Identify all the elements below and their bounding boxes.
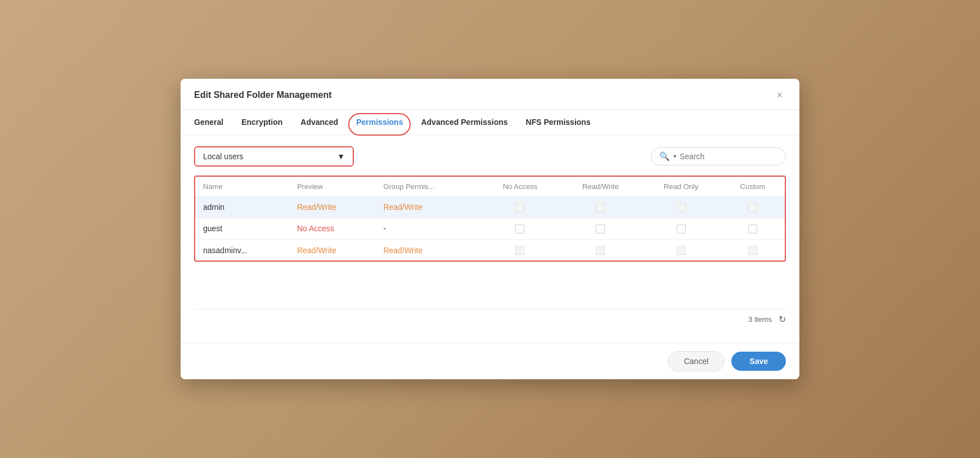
row-preview: Read/Write <box>289 196 375 218</box>
row-read-only-cell <box>641 240 720 261</box>
search-icon: 🔍 <box>659 151 670 161</box>
checkbox-read-write-admin[interactable] <box>596 203 605 212</box>
checkbox-custom-nasadmin[interactable] <box>748 246 757 255</box>
checkbox-no-access-admin[interactable] <box>515 203 524 212</box>
search-input[interactable] <box>680 152 777 161</box>
checkbox-no-access-nasadmin[interactable] <box>515 246 524 255</box>
table-header-row: Name Preview Group Permis... No Access R… <box>195 177 785 197</box>
checkbox-read-only-admin[interactable] <box>677 203 686 212</box>
checkbox-custom-admin[interactable] <box>748 203 757 212</box>
checkbox-read-only-guest[interactable] <box>677 224 686 234</box>
row-read-write-cell <box>560 240 642 261</box>
dialog-footer: Cancel Save <box>181 343 799 379</box>
edit-shared-folder-dialog: Edit Shared Folder Management × General … <box>181 79 799 380</box>
toolbar: Local users ▼ 🔍 ▾ <box>194 146 786 167</box>
col-custom: Custom <box>721 177 785 197</box>
row-name: nasadminv... <box>195 240 289 261</box>
row-read-write-cell <box>560 218 642 239</box>
col-read-only: Read Only <box>641 177 720 197</box>
checkbox-read-write-guest[interactable] <box>596 224 605 234</box>
row-no-access-cell <box>480 240 559 261</box>
cancel-button[interactable]: Cancel <box>668 351 725 371</box>
col-read-write: Read/Write <box>560 177 642 197</box>
dialog-title: Edit Shared Folder Management <box>194 90 331 100</box>
col-group-perms: Group Permis... <box>375 177 480 197</box>
table-row: guest No Access - <box>195 218 785 239</box>
tab-nfs-permissions[interactable]: NFS Permissions <box>526 118 591 134</box>
tabs-container: General Encryption Advanced Permissions … <box>181 110 799 135</box>
col-name: Name <box>195 177 289 197</box>
table-row: nasadminv... Read/Write Read/Write <box>195 240 785 261</box>
col-preview: Preview <box>289 177 375 197</box>
user-type-select[interactable]: Local users ▼ <box>195 147 353 165</box>
user-type-label: Local users <box>203 152 244 161</box>
row-preview: Read/Write <box>289 240 375 261</box>
row-custom-cell <box>721 196 785 218</box>
search-box: 🔍 ▾ <box>651 147 786 165</box>
refresh-button[interactable]: ↻ <box>779 314 786 325</box>
search-dropdown-arrow[interactable]: ▾ <box>673 153 676 159</box>
row-preview: No Access <box>289 218 375 239</box>
row-read-only-cell <box>641 196 720 218</box>
row-group-perms: Read/Write <box>375 196 480 218</box>
tab-general[interactable]: General <box>194 118 223 134</box>
row-custom-cell <box>721 240 785 261</box>
row-no-access-cell <box>480 218 559 239</box>
row-read-write-cell <box>560 196 642 218</box>
row-read-only-cell <box>641 218 720 239</box>
tab-permissions[interactable]: Permissions <box>356 118 403 134</box>
items-count: 3 items <box>748 315 772 324</box>
tab-encryption[interactable]: Encryption <box>241 118 282 134</box>
row-group-perms: Read/Write <box>375 240 480 261</box>
user-type-dropdown-icon: ▼ <box>337 152 345 161</box>
close-button[interactable]: × <box>773 89 786 101</box>
save-button[interactable]: Save <box>731 352 786 371</box>
checkbox-read-only-nasadmin[interactable] <box>677 246 686 255</box>
row-name: admin <box>195 196 289 218</box>
tab-advanced-permissions[interactable]: Advanced Permissions <box>421 118 507 134</box>
permissions-table: Name Preview Group Permis... No Access R… <box>195 177 785 261</box>
table-row: admin Read/Write Read/Write <box>195 196 785 218</box>
checkbox-no-access-guest[interactable] <box>515 224 524 234</box>
checkbox-read-write-nasadmin[interactable] <box>596 246 605 255</box>
dialog-header: Edit Shared Folder Management × <box>181 79 799 110</box>
checkbox-custom-guest[interactable] <box>748 224 757 234</box>
tab-advanced[interactable]: Advanced <box>300 118 338 134</box>
footer-count: 3 items ↻ <box>194 309 786 331</box>
col-no-access: No Access <box>480 177 559 197</box>
row-name: guest <box>195 218 289 239</box>
dialog-body: Local users ▼ 🔍 ▾ Name Preview Group Per… <box>181 135 799 343</box>
permissions-table-wrapper: Name Preview Group Permis... No Access R… <box>194 176 786 262</box>
empty-space <box>194 271 786 304</box>
user-type-select-wrapper: Local users ▼ <box>194 146 354 167</box>
row-group-perms: - <box>375 218 480 239</box>
row-no-access-cell <box>480 196 559 218</box>
row-custom-cell <box>721 218 785 239</box>
